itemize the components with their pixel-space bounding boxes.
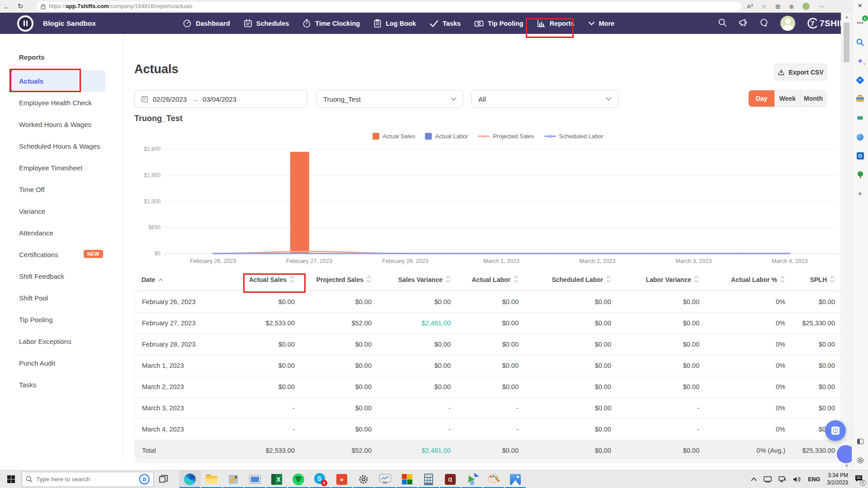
column-header-splh[interactable]: SPLH	[792, 276, 842, 284]
user-avatar[interactable]	[780, 16, 795, 31]
browser-profile-avatar[interactable]	[802, 3, 810, 10]
browser-refresh-icon[interactable]: ↻	[14, 2, 27, 10]
browser-back-icon[interactable]: ←	[0, 3, 14, 10]
sidebar-item-employee-health-check[interactable]: Employee Health Check	[0, 92, 123, 113]
scroll-down-icon[interactable]: ▼	[841, 464, 852, 468]
sidebar-item-labor-exceptions[interactable]: Labor Exceptions	[0, 330, 123, 352]
tray-clock[interactable]: 3:34 PM 3/2/2023	[827, 472, 848, 486]
taskbar-app-edge[interactable]	[179, 470, 201, 488]
edge-sidebar-search-icon[interactable]	[854, 36, 866, 48]
edge-sidebar-settings-icon[interactable]	[854, 455, 866, 466]
extensions-icon[interactable]: ⊕	[789, 3, 794, 10]
read-aloud-icon[interactable]: Aa	[747, 3, 753, 10]
legend-item-scheduled-labor[interactable]: Scheduled Labor	[544, 133, 604, 140]
nav-item-tasks[interactable]: Tasks	[429, 19, 461, 28]
sidebar-item-variance[interactable]: Variance	[0, 200, 123, 222]
nav-item-time-clocking[interactable]: Time Clocking	[302, 19, 360, 28]
column-header-actual-labor[interactable]: Actual Labor	[458, 276, 525, 284]
announcements-megaphone-icon[interactable]	[738, 18, 748, 29]
column-header-labor-variance[interactable]: Labor Variance	[618, 276, 706, 284]
scroll-up-icon[interactable]: ▲	[841, 14, 852, 19]
intercom-chat-button[interactable]	[825, 420, 846, 441]
column-header-actual-sales[interactable]: Actual Sales	[243, 276, 302, 284]
search-icon[interactable]	[718, 18, 727, 29]
network-icon[interactable]	[778, 476, 786, 483]
taskbar-app-excel[interactable]: X	[266, 470, 288, 488]
edge-sidebar-more-apps-icon[interactable]: ⋯1	[854, 17, 866, 29]
nav-item-log-book[interactable]: Log Book	[373, 19, 416, 28]
close-icon[interactable]: ✕	[858, 2, 863, 9]
edge-sidebar-browser-essentials-icon[interactable]	[854, 131, 866, 143]
granularity-day-button[interactable]: Day	[749, 90, 774, 107]
column-header-scheduled-labor[interactable]: Scheduled Labor	[525, 276, 618, 284]
taskbar-app-system-monitor[interactable]	[374, 470, 396, 488]
sidebar-item-certifications[interactable]: CertificationsNEW	[0, 244, 123, 265]
column-header-date[interactable]: Date	[134, 276, 243, 283]
sidebar-item-tip-pooling[interactable]: Tip Pooling	[0, 309, 123, 330]
vertical-scrollbar[interactable]: ▲ ▼	[841, 13, 852, 470]
horizontal-scrollbar[interactable]	[134, 458, 842, 463]
taskbar-app-admin-tools[interactable]	[222, 470, 244, 488]
taskbar-app-deployment-tool[interactable]: »	[331, 470, 353, 488]
edge-sidebar-outlook-icon[interactable]: O	[854, 150, 866, 162]
legend-item-projected-sales[interactable]: Projected Sales	[478, 133, 534, 140]
volume-icon[interactable]	[793, 476, 801, 483]
location-select[interactable]: Truong_Test	[316, 90, 463, 108]
sidebar-item-tasks[interactable]: Tasks	[0, 374, 123, 395]
taskbar-search[interactable]: b	[22, 472, 154, 487]
granularity-month-button[interactable]: Month	[800, 90, 826, 107]
taskbar-search-input[interactable]	[36, 476, 122, 483]
department-select[interactable]: All	[472, 90, 618, 108]
chat-icon[interactable]	[760, 18, 769, 29]
taskbar-app-wolfram-alpha[interactable]: α	[439, 470, 461, 488]
nav-item-tip-pooling[interactable]: Tip Pooling	[474, 19, 524, 28]
taskbar-app-calculator[interactable]	[418, 470, 439, 488]
taskbar-app-media-viewer[interactable]	[244, 470, 266, 488]
edge-sidebar-tree-icon[interactable]	[854, 169, 866, 181]
taskbar-app-file-explorer[interactable]	[201, 470, 222, 488]
nav-item-schedules[interactable]: Schedules	[244, 19, 289, 28]
sidebar-item-shift-pool[interactable]: Shift Pool	[0, 287, 123, 309]
tray-expand-icon[interactable]	[751, 477, 757, 481]
company-brand[interactable]: Blogic Sandbox	[17, 13, 96, 34]
nav-item-dashboard[interactable]: Dashboard	[183, 19, 230, 28]
edge-sidebar-add-icon[interactable]: +	[854, 188, 866, 200]
language-indicator[interactable]: ENG	[808, 476, 820, 483]
start-button[interactable]	[0, 470, 22, 488]
taskbar-app-3d-builder[interactable]	[461, 470, 483, 488]
url-field[interactable]: https://app.7shifts.com/company/164816/r…	[36, 2, 741, 11]
column-header-projected-sales[interactable]: Projected Sales	[302, 276, 378, 284]
sidebar-item-time-off[interactable]: Time Off	[0, 178, 123, 200]
scrollbar-thumb[interactable]	[844, 23, 849, 62]
sidebar-item-employee-timesheet[interactable]: Employee Timesheet	[0, 157, 123, 178]
sidebar-item-actuals[interactable]: Actuals	[9, 70, 106, 92]
sidebar-item-shift-feedback[interactable]: Shift Feedback	[0, 265, 123, 287]
taskbar-app-paint[interactable]	[483, 470, 505, 488]
edge-sidebar-community-icon[interactable]	[854, 112, 866, 124]
nav-item-reports[interactable]: Reports	[537, 19, 575, 28]
column-header-sales-variance[interactable]: Sales Variance	[378, 276, 458, 284]
nav-item-more[interactable]: More	[588, 20, 615, 27]
sidebar-item-worked-hours-wages[interactable]: Worked Hours & Wages	[0, 113, 123, 135]
taskbar-app-settings[interactable]	[353, 470, 374, 488]
edge-sidebar-expand-panel-icon[interactable]	[854, 436, 866, 447]
sidebar-item-scheduled-hours-wages[interactable]: Scheduled Hours & Wages	[0, 135, 123, 157]
taskbar-app-skype[interactable]: S3	[309, 470, 331, 488]
browser-more-icon[interactable]: ⋯	[818, 3, 824, 10]
taskbar-app-office-hub[interactable]	[396, 470, 418, 488]
notification-center-icon[interactable]: 5	[855, 475, 863, 484]
taskbar-app-photos[interactable]	[505, 470, 526, 488]
sidebar-item-punch-audit[interactable]: Punch Audit	[0, 352, 123, 374]
favorites-star-icon[interactable]: ☆	[762, 3, 767, 10]
granularity-week-button[interactable]: Week	[774, 90, 800, 107]
edge-sidebar-copilot-icon[interactable]: ✶✶	[854, 55, 866, 67]
collections-icon[interactable]: ⊞	[775, 3, 780, 10]
cast-icon[interactable]	[764, 476, 772, 483]
column-header-actual-labor-[interactable]: Actual Labor %	[706, 276, 792, 284]
taskbar-app-spotify[interactable]	[288, 470, 309, 488]
export-csv-button[interactable]: Export CSV	[774, 64, 827, 80]
edge-sidebar-shopping-icon[interactable]	[854, 74, 866, 86]
legend-item-actual-sales[interactable]: Actual Sales	[373, 133, 415, 140]
task-view-button[interactable]	[154, 470, 173, 488]
legend-item-actual-labor[interactable]: Actual Labor	[425, 133, 468, 140]
